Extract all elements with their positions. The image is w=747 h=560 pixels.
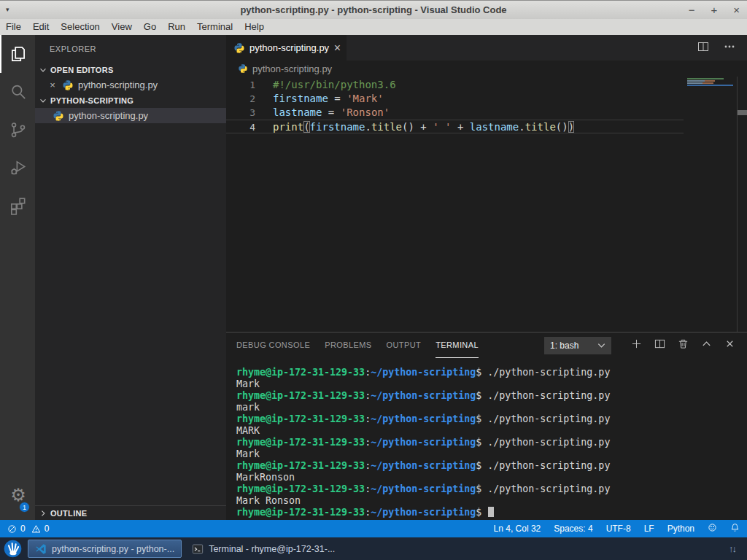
menu-terminal[interactable]: Terminal bbox=[191, 19, 239, 35]
chevron-down-icon bbox=[37, 97, 49, 104]
open-editors-header[interactable]: OPEN EDITORS bbox=[35, 62, 226, 77]
menu-selection[interactable]: Selection bbox=[55, 19, 105, 35]
tab-label: python-scripting.py bbox=[249, 42, 330, 53]
python-file-icon bbox=[62, 79, 74, 91]
outline-label: OUTLINE bbox=[50, 509, 87, 518]
settings-gear-icon[interactable]: ⚙1 bbox=[0, 476, 35, 514]
window-title: python-scripting.py - python-scripting -… bbox=[0, 4, 747, 15]
warning-count: 0 bbox=[44, 524, 50, 534]
maximize-panel-icon[interactable] bbox=[701, 338, 712, 352]
menu-run[interactable]: Run bbox=[162, 19, 191, 35]
status-spaces[interactable]: Spaces: 4 bbox=[554, 524, 592, 534]
code-line-3: 3lastname = 'Ronson' bbox=[226, 106, 684, 120]
outline-section[interactable]: OUTLINE bbox=[35, 505, 226, 520]
menu-go[interactable]: Go bbox=[138, 19, 162, 35]
folder-label: PYTHON-SCRIPTING bbox=[50, 96, 133, 105]
panel-tab-terminal[interactable]: TERMINAL bbox=[436, 333, 479, 358]
line-number: 3 bbox=[226, 106, 255, 120]
terminal[interactable]: rhyme@ip-172-31-129-33:~/python-scriptin… bbox=[226, 358, 747, 520]
taskbar-terminal-button[interactable]: Terminal - rhyme@ip-172-31-... bbox=[185, 540, 342, 558]
activity-files-icon[interactable] bbox=[0, 35, 35, 73]
terminal-line: Mark bbox=[236, 448, 747, 460]
line-number: 1 bbox=[226, 78, 255, 92]
code-line-1: 1#!/usr/bin/python3.6 bbox=[226, 78, 684, 92]
taskbar-button-label: Terminal - rhyme@ip-172-31-... bbox=[209, 544, 335, 554]
overview-ruler bbox=[737, 77, 747, 332]
chevron-down-icon bbox=[596, 340, 607, 351]
more-actions-icon[interactable] bbox=[724, 41, 735, 55]
status-bar: 0 0 Ln 4, Col 32Spaces: 4UTF-8LFPython bbox=[0, 520, 747, 537]
taskbar-vscode-button[interactable]: python-scripting.py - python-... bbox=[28, 540, 182, 558]
open-editors-label: OPEN EDITORS bbox=[50, 66, 114, 74]
terminal-line: Mark bbox=[236, 378, 747, 390]
status-lf[interactable]: LF bbox=[644, 524, 654, 534]
menu-view[interactable]: View bbox=[106, 19, 138, 35]
open-editor-item[interactable]: ×python-scripting.py bbox=[35, 77, 226, 93]
panel-tab-problems[interactable]: PROBLEMS bbox=[325, 333, 371, 358]
sidebar-title: EXPLORER bbox=[35, 35, 226, 62]
app-launcher-icon[interactable] bbox=[3, 539, 23, 559]
panel-tab-debug-console[interactable]: DEBUG CONSOLE bbox=[236, 333, 310, 358]
maximize-button[interactable]: + bbox=[711, 4, 717, 15]
terminal-shell-select[interactable]: 1: bash bbox=[544, 337, 611, 354]
code-editor[interactable]: 1#!/usr/bin/python3.62firstname = 'Mark'… bbox=[226, 77, 747, 332]
file-name: python-scripting.py bbox=[78, 79, 158, 90]
activity-run-debug-icon[interactable] bbox=[0, 149, 35, 187]
menu-help[interactable]: Help bbox=[239, 19, 270, 35]
menubar: FileEditSelectionViewGoRunTerminalHelp bbox=[0, 19, 747, 35]
close-panel-icon[interactable] bbox=[724, 338, 735, 352]
menu-file[interactable]: File bbox=[0, 19, 27, 35]
panel-tab-output[interactable]: OUTPUT bbox=[387, 333, 422, 358]
line-number: 2 bbox=[226, 92, 255, 106]
folder-header[interactable]: PYTHON-SCRIPTING bbox=[35, 93, 226, 108]
activity-extensions-icon[interactable] bbox=[0, 187, 35, 225]
kill-terminal-icon[interactable] bbox=[678, 338, 689, 352]
tab-bar: python-scripting.py × bbox=[226, 35, 747, 61]
panel: DEBUG CONSOLEPROBLEMSOUTPUTTERMINAL 1: b… bbox=[226, 332, 747, 520]
workbench: ⚙1 EXPLORER OPEN EDITORS ×python-scripti… bbox=[0, 35, 747, 520]
code-line-2: 2firstname = 'Mark' bbox=[226, 92, 684, 106]
terminal-line: rhyme@ip-172-31-129-33:~/python-scriptin… bbox=[236, 460, 747, 472]
status-python[interactable]: Python bbox=[667, 524, 694, 534]
activity-source-control-icon[interactable] bbox=[0, 111, 35, 149]
line-number: 4 bbox=[226, 120, 255, 133]
breadcrumb[interactable]: python-scripting.py bbox=[226, 61, 747, 77]
menu-edit[interactable]: Edit bbox=[27, 19, 55, 35]
python-file-icon bbox=[238, 63, 248, 74]
tab-close-icon[interactable]: × bbox=[334, 42, 341, 55]
window-menu-caret-icon[interactable]: ▾ bbox=[6, 6, 9, 13]
tab-python-scripting[interactable]: python-scripting.py × bbox=[226, 35, 347, 61]
problems-status[interactable]: 0 0 bbox=[7, 524, 49, 534]
terminal-line: rhyme@ip-172-31-129-33:~/python-scriptin… bbox=[236, 390, 747, 402]
python-file-icon bbox=[53, 110, 64, 122]
updown-arrows-icon[interactable]: ↑↓ bbox=[729, 543, 741, 554]
minimize-button[interactable]: − bbox=[689, 4, 695, 15]
new-terminal-icon[interactable] bbox=[631, 338, 642, 352]
close-button[interactable]: × bbox=[733, 4, 740, 15]
terminal-line: MARK bbox=[236, 425, 747, 437]
chevron-down-icon bbox=[37, 66, 49, 74]
python-file-icon bbox=[233, 42, 245, 54]
status-utf-8[interactable]: UTF-8 bbox=[606, 524, 631, 534]
feedback-icon[interactable] bbox=[708, 523, 717, 534]
minimap[interactable] bbox=[684, 77, 737, 332]
vscode-icon bbox=[35, 543, 47, 555]
terminal-line: MarkRonson bbox=[236, 472, 747, 483]
file-item[interactable]: python-scripting.py bbox=[35, 108, 226, 123]
terminal-line: rhyme@ip-172-31-129-33:~/python-scriptin… bbox=[236, 483, 747, 495]
notifications-bell-icon[interactable] bbox=[730, 523, 740, 534]
close-editor-icon[interactable]: × bbox=[47, 79, 58, 90]
file-name: python-scripting.py bbox=[69, 110, 148, 121]
status-ln[interactable]: Ln 4, Col 32 bbox=[494, 524, 541, 534]
activity-search-icon[interactable] bbox=[0, 73, 35, 111]
split-editor-icon[interactable] bbox=[697, 41, 709, 55]
desktop-taskbar: python-scripting.py - python-...Terminal… bbox=[0, 537, 747, 560]
terminal-line: rhyme@ip-172-31-129-33:~/python-scriptin… bbox=[236, 367, 747, 378]
breadcrumb-label: python-scripting.py bbox=[252, 63, 332, 74]
terminal-line: rhyme@ip-172-31-129-33:~/python-scriptin… bbox=[236, 507, 747, 518]
terminal-line: Mark Ronson bbox=[236, 495, 747, 507]
split-terminal-icon[interactable] bbox=[654, 338, 665, 352]
titlebar: ▾ python-scripting.py - python-scripting… bbox=[0, 0, 747, 19]
terminal-line: mark bbox=[236, 402, 747, 413]
taskbar-button-label: python-scripting.py - python-... bbox=[52, 544, 174, 554]
